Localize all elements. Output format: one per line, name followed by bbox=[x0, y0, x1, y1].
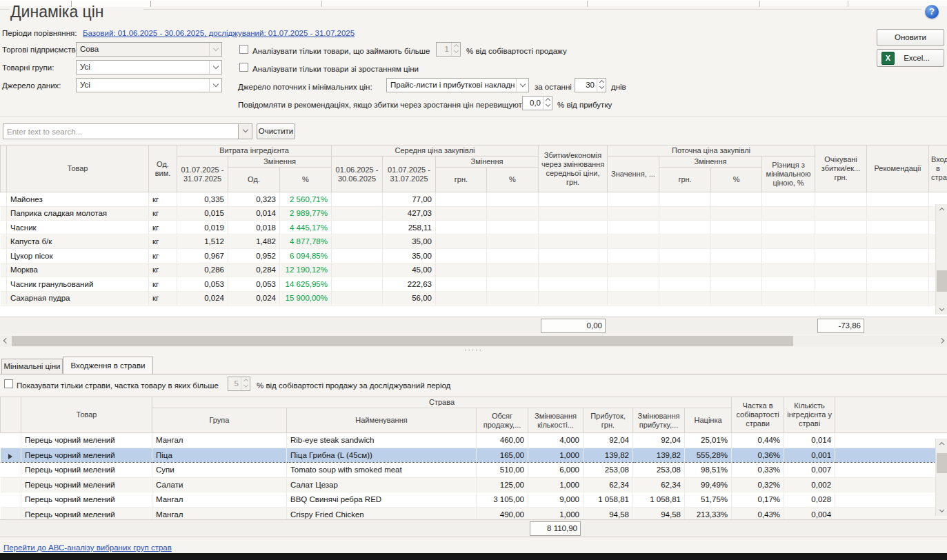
scroll-left-button[interactable] bbox=[0, 335, 12, 347]
column-header-product[interactable]: Товар bbox=[7, 146, 149, 192]
group-header-change[interactable]: Змінення bbox=[659, 157, 762, 168]
column-header-profit-change[interactable]: Змінювання прибутку,... bbox=[633, 408, 685, 433]
row-indicator-cell bbox=[1, 277, 7, 292]
column-header-pct[interactable]: % bbox=[280, 168, 332, 192]
table-row-selected[interactable]: Перець чорний меленийПіцаПіца Грибна (L … bbox=[1, 448, 947, 463]
column-header-avg-research[interactable]: 01.07.2025 - 31.07.2025 bbox=[383, 157, 436, 192]
column-header-markup[interactable]: Націнка bbox=[685, 408, 732, 433]
cell: Перець чорний мелений bbox=[21, 448, 152, 463]
top-tab-divider bbox=[587, 1, 588, 7]
notify-percent-spinner[interactable]: 0,0 bbox=[522, 96, 552, 110]
column-header-unit-change[interactable]: Од. bbox=[228, 168, 280, 192]
scroll-up-button[interactable] bbox=[936, 439, 947, 450]
cell: 92,04 bbox=[584, 433, 633, 448]
product-groups-select[interactable]: Усі bbox=[76, 60, 222, 74]
cell bbox=[539, 291, 608, 306]
splitter-handle[interactable]: ····· bbox=[0, 347, 947, 357]
row-indicator-cell bbox=[1, 263, 7, 277]
cell bbox=[608, 192, 659, 207]
table-row[interactable]: Часник гранульованийкг0,0530,05314 625,9… bbox=[1, 277, 947, 292]
cell bbox=[867, 277, 929, 292]
column-header-hrn[interactable]: грн. bbox=[659, 168, 711, 192]
column-header-pct[interactable]: % bbox=[711, 168, 762, 192]
cell bbox=[711, 291, 762, 306]
group-header-current-price[interactable]: Поточна ціна закупівлі bbox=[608, 146, 815, 157]
column-header-losses[interactable]: Збитки/економія через змінювання середнь… bbox=[539, 146, 608, 192]
table-row[interactable]: Перець чорний меленийМангалCrispy Fried … bbox=[1, 507, 947, 519]
group-header-avg-price[interactable]: Середня ціна закупівлі bbox=[332, 146, 539, 157]
column-header-dish-entries[interactable]: Входження в страви bbox=[929, 146, 947, 192]
column-header-value[interactable]: Значення, ... bbox=[608, 157, 659, 192]
table-row[interactable]: Майонезкг0,3350,3232 560,71%77,00 bbox=[1, 192, 947, 207]
group-header-change[interactable]: Змінення bbox=[228, 157, 332, 168]
refresh-button[interactable]: Оновити bbox=[877, 29, 944, 46]
show-only-dishes-checkbox[interactable] bbox=[4, 379, 13, 388]
analyze-share-label: Аналізувати тільки товари, що займають б… bbox=[252, 46, 430, 57]
column-header-expected[interactable]: Очікувані збитки/ек... грн. bbox=[815, 146, 867, 192]
column-header-product[interactable]: Товар bbox=[21, 397, 152, 433]
search-input[interactable] bbox=[3, 123, 239, 139]
last-days-spinner[interactable]: 30 bbox=[575, 78, 606, 92]
scroll-down-button[interactable] bbox=[936, 303, 947, 314]
tab-dish-entries[interactable]: Входження в страви bbox=[63, 357, 153, 374]
table-row[interactable]: Перець чорний меленийСупиTomato soup wit… bbox=[1, 463, 947, 478]
column-header-profit[interactable]: Прибуток, грн. bbox=[584, 408, 633, 433]
group-header-change[interactable]: Змінення bbox=[436, 157, 539, 168]
analyze-growth-checkbox[interactable] bbox=[239, 63, 248, 72]
cell: 1,000 bbox=[528, 477, 584, 492]
vertical-scroll-thumb[interactable] bbox=[937, 453, 947, 473]
cell: Сахарная пудра bbox=[7, 291, 149, 306]
scroll-down-button[interactable] bbox=[936, 504, 947, 516]
search-dropdown-button[interactable] bbox=[239, 123, 252, 139]
table-row[interactable]: Сахарная пудракг0,0240,02415 900,00%56,0… bbox=[1, 291, 947, 306]
table-row[interactable]: Перець чорний меленийСалатиСалат Цезар12… bbox=[1, 477, 947, 492]
taskbar-strip bbox=[0, 553, 947, 560]
cell bbox=[487, 206, 539, 221]
scroll-up-button[interactable] bbox=[936, 204, 947, 216]
clear-button[interactable]: Очистити bbox=[257, 123, 295, 139]
spinner-arrows-icon[interactable] bbox=[543, 97, 552, 110]
cell: 139,82 bbox=[633, 448, 685, 463]
scroll-right-button[interactable] bbox=[935, 335, 947, 347]
group-header-expense[interactable]: Витрата інгредієнта bbox=[177, 146, 332, 157]
data-source-select[interactable]: Усі bbox=[76, 78, 222, 92]
table-row[interactable]: Перець чорний меленийМангалBBQ Свинячі р… bbox=[1, 492, 947, 508]
column-header-dish-group[interactable]: Група bbox=[152, 408, 287, 433]
cell bbox=[608, 234, 659, 249]
cell bbox=[659, 206, 711, 221]
column-header-ingredient-qty[interactable]: Кількість інгредієнта у страві bbox=[784, 397, 835, 433]
column-header-avg-base[interactable]: 01.06.2025 - 30.06.2025 bbox=[332, 157, 383, 192]
column-header-pct[interactable]: % bbox=[487, 168, 539, 192]
column-header-cost-share[interactable]: Частка в собівартості страви bbox=[732, 397, 784, 433]
column-header-recommendations[interactable]: Рекомендації bbox=[867, 146, 929, 192]
analyze-share-checkbox[interactable] bbox=[239, 45, 248, 54]
column-header-sales[interactable]: Обсяг продажу,... bbox=[477, 408, 528, 433]
column-header-unit[interactable]: Од. вим. bbox=[149, 146, 177, 192]
table-row[interactable]: Морквакг0,2860,28412 190,12%45,00 bbox=[1, 263, 947, 277]
spinner-arrows-icon[interactable] bbox=[597, 79, 606, 92]
table-row[interactable]: Капуста б/ккг1,5121,4824 877,78%35,00 bbox=[1, 234, 947, 249]
cell bbox=[539, 277, 608, 292]
group-header-dish[interactable]: Страва bbox=[152, 397, 732, 408]
cell bbox=[762, 249, 815, 263]
tab-min-prices[interactable]: Мінімальні ціни bbox=[1, 359, 63, 374]
column-header-expense-period[interactable]: 01.07.2025 - 31.07.2025 bbox=[177, 157, 228, 192]
column-header-qty-change[interactable]: Змінювання кількості... bbox=[528, 408, 584, 433]
cell bbox=[867, 206, 929, 221]
abc-analysis-link[interactable]: Перейти до АВС-аналізу вибраних груп стр… bbox=[3, 542, 172, 553]
cell: Мангал bbox=[152, 507, 287, 519]
table-row[interactable]: Перець чорний меленийМангалRib-eye steak… bbox=[1, 433, 947, 448]
page-title: Динаміка цін bbox=[10, 3, 104, 21]
excel-button[interactable]: X Excel... bbox=[877, 49, 944, 67]
price-source-select[interactable]: Прайс-листи і прибуткові накладні bbox=[386, 78, 529, 92]
vertical-scroll-thumb[interactable] bbox=[937, 270, 947, 292]
table-row[interactable]: Паприка сладкая молотаякг0,0150,0142 989… bbox=[1, 206, 947, 221]
horizontal-scroll-thumb[interactable] bbox=[12, 336, 793, 346]
column-header-hrn[interactable]: грн. bbox=[436, 168, 487, 192]
table-row[interactable]: Часниккг0,0190,0184 445,17%258,11 bbox=[1, 221, 947, 235]
table-row[interactable]: Цукор пісоккг0,9670,9526 094,85%35,00 bbox=[1, 249, 947, 263]
help-icon[interactable]: ? bbox=[925, 5, 939, 19]
column-header-name[interactable]: Найменування bbox=[287, 408, 477, 433]
periods-link[interactable]: Базовий: 01.06.2025 - 30.06.2025, дослід… bbox=[83, 28, 355, 39]
column-header-min-diff[interactable]: Різниця з мінімальною ціною, % bbox=[762, 157, 815, 192]
